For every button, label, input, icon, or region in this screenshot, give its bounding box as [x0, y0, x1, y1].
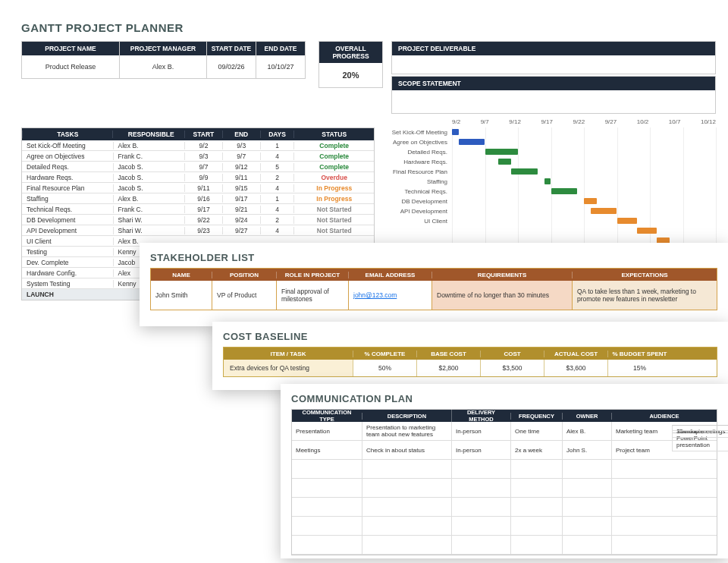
comm-method	[451, 460, 510, 479]
gantt-row-label: DB Development	[391, 198, 452, 205]
gantt-date-tick: 9/7	[481, 118, 489, 127]
gantt-bar	[452, 129, 459, 135]
cost-h-item: ITEM / TASK	[224, 351, 353, 357]
comm-type	[292, 517, 362, 536]
table-row[interactable]	[292, 460, 717, 479]
comm-description	[362, 536, 451, 555]
gantt-date-tick: 9/22	[573, 118, 585, 127]
comm-title: COMMUNICATION PLAN	[291, 393, 717, 404]
task-name: Technical Reqs.	[22, 206, 113, 213]
task-start: 9/3	[184, 153, 222, 160]
table-row[interactable]: StaffingAlex B.9/169/171In Progress	[22, 193, 374, 204]
gantt-row: Agree on Objectives	[391, 137, 716, 147]
task-name: Agree on Objectives	[22, 153, 113, 160]
comm-description	[362, 460, 451, 479]
gantt-bar	[551, 188, 578, 194]
comm-frequency	[510, 479, 562, 498]
table-row[interactable]: Agree on ObjectivesFrank C.9/39/74Comple…	[22, 151, 374, 162]
gantt-row: API Development	[391, 206, 716, 216]
table-row[interactable]: MeetingsStandup meetingsCheck in about s…	[292, 441, 717, 460]
task-days: 5	[260, 163, 294, 171]
stake-requirements: Downtime of no longer than 30 minutes	[431, 281, 572, 310]
table-row[interactable]: Set Kick-Off MeetingAlex B.9/29/31Comple…	[22, 140, 374, 151]
col-header-end: END	[222, 131, 260, 138]
task-status: Overdue	[293, 174, 374, 181]
task-days: 2	[260, 216, 294, 224]
stake-email[interactable]: john@123.com	[348, 281, 431, 310]
project-manager-value: Alex B.	[120, 55, 206, 78]
task-end: 9/24	[222, 216, 260, 224]
comm-type	[292, 498, 362, 517]
stake-role: Final approval of milestones	[276, 281, 348, 310]
col-header-start-date: START DATE	[207, 42, 256, 55]
table-row[interactable]: API DevelopmentShari W.9/239/274Not Star…	[22, 225, 374, 236]
task-start: 9/22	[184, 216, 222, 224]
cost-h-budget: % BUDGET SPENT	[607, 351, 671, 357]
task-end: 9/3	[222, 142, 260, 149]
comm-h-audience: AUDIENCE	[611, 413, 717, 420]
task-status: Complete	[293, 153, 374, 160]
comm-method	[451, 479, 510, 498]
table-row[interactable]	[292, 479, 717, 498]
table-row[interactable]: Presentation15-minute PowerPoint present…	[292, 422, 717, 441]
task-end: 9/21	[222, 206, 260, 213]
comm-owner	[562, 460, 611, 479]
gantt-row-label: Detailed Reqs.	[391, 149, 452, 156]
comm-description: Check in about status	[362, 441, 451, 460]
comm-frequency	[510, 498, 562, 517]
table-row[interactable]	[292, 498, 717, 517]
comm-method	[451, 517, 510, 536]
task-name: Dev. Complete	[22, 259, 113, 266]
table-row[interactable]	[292, 517, 717, 536]
stake-h-position: POSITION	[212, 272, 276, 278]
comm-h-owner: OWNER	[562, 413, 611, 420]
table-row[interactable]: Detailed Reqs.Jacob S.9/79/125Complete	[22, 162, 374, 172]
comm-frequency	[510, 517, 562, 536]
gantt-date-tick: 9/17	[541, 118, 553, 127]
task-responsible: Jacob S.	[113, 184, 185, 192]
stake-h-name: NAME	[151, 272, 212, 278]
stakeholder-title: STAKEHOLDER LIST	[150, 252, 717, 263]
task-responsible: Jacob S.	[113, 174, 185, 181]
cost-base: $2,800	[416, 360, 480, 376]
cost-h-actual: ACTUAL COST	[544, 351, 607, 357]
gantt-date-tick: 10/2	[637, 118, 649, 127]
task-name: DB Development	[22, 216, 113, 224]
task-end: 9/27	[222, 227, 260, 234]
start-date-value: 09/02/26	[207, 55, 256, 78]
col-header-start: START	[184, 131, 222, 138]
task-days: 4	[260, 153, 294, 160]
table-row[interactable]: DB DevelopmentShari W.9/229/242Not Start…	[22, 215, 374, 225]
table-row[interactable]: Technical Reqs.Frank C.9/179/214Not Star…	[22, 204, 374, 215]
task-start: 9/17	[184, 206, 222, 213]
comm-frequency	[510, 460, 562, 479]
task-start: 9/11	[184, 184, 222, 192]
table-row[interactable]	[292, 536, 717, 555]
task-status: Not Started	[293, 227, 374, 234]
task-responsible: Alex B.	[113, 195, 185, 203]
gantt-date-tick: 10/7	[669, 118, 681, 127]
task-name: System Testing	[22, 280, 113, 288]
task-name: Final Resource Plan	[22, 184, 113, 192]
task-responsible: Frank C.	[113, 206, 185, 213]
stake-h-role: ROLE IN PROJECT	[276, 272, 348, 278]
comm-method	[451, 536, 510, 555]
task-name: Set Kick-Off Meeting	[22, 142, 113, 149]
gantt-bar	[485, 149, 519, 155]
gantt-bar	[459, 139, 485, 145]
comm-owner	[562, 517, 611, 536]
gantt-date-tick: 9/2	[452, 118, 460, 127]
page-title: GANTT PROJECT PLANNER	[21, 21, 184, 34]
cost-h-cost: COST	[480, 351, 544, 357]
task-start: 9/23	[184, 227, 222, 234]
gantt-row: DB Development	[391, 197, 716, 206]
task-start: 9/9	[184, 174, 222, 181]
table-row[interactable]: Final Resource PlanJacob S.9/119/154In P…	[22, 183, 374, 193]
task-days: 2	[260, 174, 294, 181]
comm-frequency	[510, 536, 562, 555]
overall-progress-header: OVERALL PROGRESS	[319, 42, 382, 63]
comm-owner: John S.	[562, 441, 611, 460]
task-responsible: Frank C.	[113, 153, 185, 160]
table-row[interactable]: Hardware Reqs.Jacob S.9/99/112Overdue	[22, 172, 374, 183]
comm-type: Meetings	[292, 441, 362, 460]
